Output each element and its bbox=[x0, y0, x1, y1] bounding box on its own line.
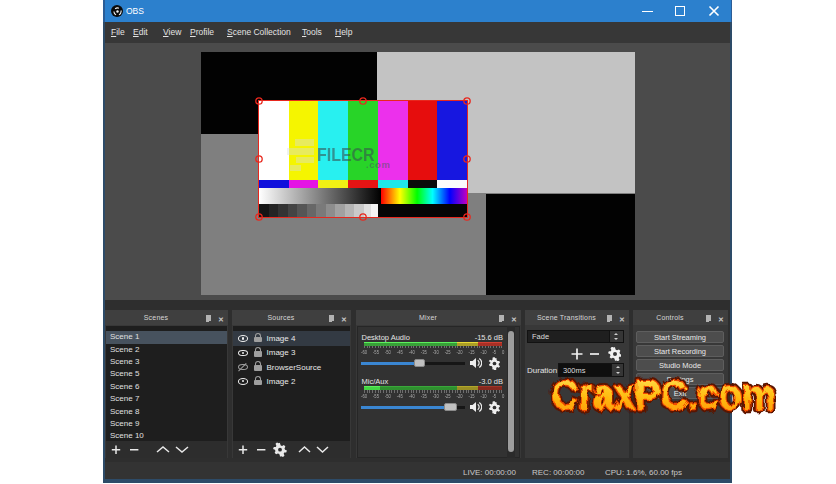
svg-text:CraxPC.com: CraxPC.com bbox=[550, 370, 774, 417]
